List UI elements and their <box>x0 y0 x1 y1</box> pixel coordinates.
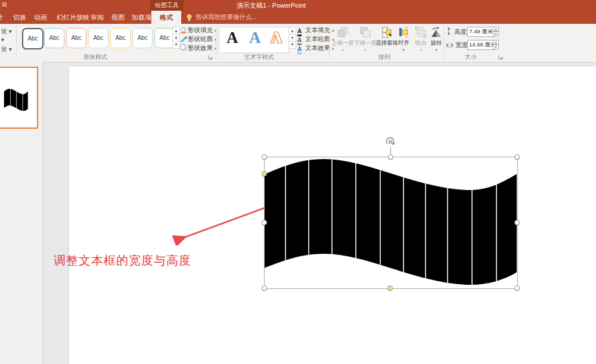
shape-style-3[interactable]: Abc <box>66 28 86 48</box>
bring-forward-button[interactable]: 上移一层 ▾ <box>331 26 354 52</box>
shape-style-1[interactable]: Abc <box>22 28 44 49</box>
thumbnail-wave-shape <box>4 85 29 113</box>
shape-outline-button[interactable]: 形状轮廓 ▾ <box>180 35 216 43</box>
tab-format-active[interactable]: 格式 <box>151 11 181 24</box>
tab-transitions[interactable]: 切换 <box>13 13 26 22</box>
tab-slideshow[interactable]: 幻灯片放映 <box>57 13 89 22</box>
quick-access-toolbar-icon[interactable]: ▤ <box>2 1 8 7</box>
shape-effects-button[interactable]: 形状效果 ▾ <box>180 44 216 52</box>
shape-style-7[interactable]: Abc <box>154 28 175 48</box>
arrange-group-label: 排列 <box>352 53 417 61</box>
textbox-fragment[interactable]: ▾ <box>1 36 4 43</box>
adjust-handle-left[interactable] <box>262 171 267 176</box>
height-input[interactable] <box>467 27 495 37</box>
rotation-handle-icon[interactable] <box>384 136 396 148</box>
resize-handle-bottom-right[interactable] <box>514 285 520 291</box>
tab-addins[interactable]: 加载项 <box>132 13 151 22</box>
rotate-icon <box>428 26 445 38</box>
gallery-more-icon[interactable]: ▼ <box>288 41 296 49</box>
shape-styles-group-label: 形状样式 <box>60 53 131 61</box>
text-effects-icon: A <box>297 45 305 52</box>
wordart-gallery: A A A <box>219 27 289 53</box>
wordart-style-3[interactable]: A <box>271 29 283 47</box>
width-input[interactable] <box>467 40 495 50</box>
tab-animations[interactable]: 动画 <box>34 13 47 22</box>
spin-up-icon[interactable]: ▲ <box>493 40 499 45</box>
window-title: 演示文稿1 - PowerPoint <box>197 0 346 11</box>
shape-style-5[interactable]: Abc <box>110 28 131 48</box>
group-separator <box>216 26 216 59</box>
wordart-group-label: 艺术字样式 <box>226 53 292 61</box>
tell-me-search[interactable]: 告诉我您想要做什么... <box>195 13 257 21</box>
text-fill-icon: A <box>297 27 305 35</box>
height-stepper[interactable]: ▲ ▼ <box>493 27 499 37</box>
shape-style-6[interactable]: Abc <box>132 28 153 48</box>
text-outline-icon: A <box>297 36 305 43</box>
tab-review[interactable]: 审阅 <box>91 13 104 22</box>
wordart-style-1[interactable]: A <box>226 29 238 47</box>
annotation-text: 调整文本框的宽度与高度 <box>54 253 191 269</box>
width-icon <box>446 41 455 48</box>
title-bar: ▤ 绘图工具 演示文稿1 - PowerPoint <box>0 0 596 11</box>
paint-bucket-icon <box>180 26 188 35</box>
edit-shape-fragment[interactable]: 状 ▾ <box>1 27 12 36</box>
slide-thumbnail-1[interactable] <box>0 67 38 129</box>
ribbon-tab-row: 计 切换 动画 幻灯片放映 审阅 视图 加载项 格式 告诉我您想要做什么... <box>0 11 596 24</box>
height-icon <box>446 28 454 35</box>
send-backward-button[interactable]: 下移一层 ▾ <box>354 26 377 52</box>
width-stepper[interactable]: ▲ ▼ <box>493 40 499 50</box>
context-tab-drawing-tools: 绘图工具 <box>150 0 184 11</box>
wordart-gallery-scroll[interactable]: ▲ ▼ ▼ <box>288 27 296 51</box>
resize-handle-top-left[interactable] <box>262 154 267 160</box>
shape-fill-button[interactable]: 形状填充 ▾ <box>180 26 216 35</box>
resize-handle-mid-right[interactable] <box>514 220 520 225</box>
tab-fragment-design[interactable]: 计 <box>0 13 4 22</box>
align-icon <box>395 26 412 38</box>
pencil-icon <box>180 35 188 43</box>
ribbon: 状 ▾ ▾ 状 ▾ Abc Abc Abc Abc Abc Abc Abc ▲ … <box>0 24 596 63</box>
spin-up-icon[interactable]: ▲ <box>493 27 499 32</box>
group-separator <box>329 26 330 59</box>
rotation-handle-stem <box>390 147 391 154</box>
size-dialog-launcher-icon[interactable] <box>498 52 504 63</box>
resize-handle-top-right[interactable] <box>514 154 520 160</box>
wordart-style-2[interactable]: A <box>249 29 261 47</box>
height-row: 高度: <box>446 27 468 37</box>
group-button[interactable]: 组合 ▾ <box>412 26 429 52</box>
send-backward-icon <box>354 26 377 38</box>
resize-handle-bottom-left[interactable] <box>262 285 267 291</box>
group-separator <box>16 26 17 59</box>
annotation-arrow <box>170 204 268 245</box>
width-row: 宽度: <box>446 40 470 50</box>
spin-down-icon[interactable]: ▼ <box>493 32 499 36</box>
merge-shape-fragment[interactable]: 状 ▾ <box>1 45 12 54</box>
tab-view[interactable]: 视图 <box>111 13 125 22</box>
resize-handle-top-center[interactable] <box>388 154 393 160</box>
shape-styles-dialog-launcher-icon[interactable] <box>208 52 213 63</box>
size-group-label: 大小 <box>441 53 501 61</box>
gallery-more-icon[interactable]: ▼ <box>172 41 180 49</box>
lightbulb-icon <box>186 13 193 24</box>
spin-down-icon[interactable]: ▼ <box>493 45 499 49</box>
rotate-button[interactable]: 旋转 ▾ <box>428 26 445 52</box>
group-objects-icon <box>412 26 429 38</box>
shape-style-4[interactable]: Abc <box>88 28 108 48</box>
bring-forward-icon <box>331 26 354 38</box>
adjust-handle-bottom[interactable] <box>387 285 393 291</box>
selection-bounding-box <box>264 157 518 289</box>
align-button[interactable]: 对齐 ▾ <box>395 26 412 52</box>
shape-style-2[interactable]: Abc <box>44 28 64 48</box>
slide-thumbnail-panel <box>0 62 43 364</box>
effects-icon <box>180 44 188 52</box>
shape-style-gallery-scroll[interactable]: ▲ ▼ ▼ <box>172 27 180 51</box>
